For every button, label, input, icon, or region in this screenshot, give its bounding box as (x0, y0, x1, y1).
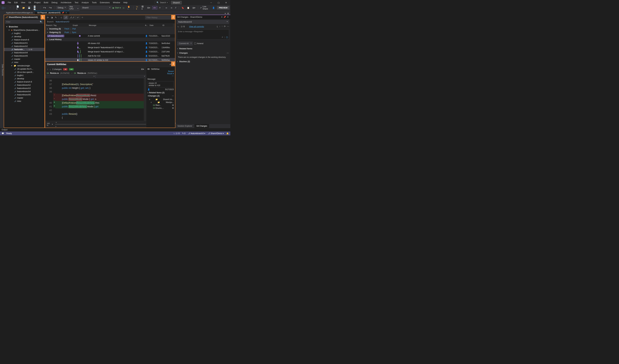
menu-tools[interactable]: Tools (90, 0, 98, 5)
more-icon[interactable]: ⋯ (227, 25, 229, 28)
output-tab[interactable]: Output (0, 128, 230, 131)
structure-button[interactable]: ⊞▾ (192, 6, 196, 10)
tab-git-changes[interactable]: Git Changes (194, 124, 209, 128)
hide-button[interactable]: 👁 (81, 16, 84, 19)
branch-master[interactable]: ⎇master (4, 57, 44, 61)
start-nodebug-button[interactable]: ▷ (122, 6, 126, 10)
commit-row[interactable]: Merge branch 'featurebranch3' of https:/… (45, 45, 175, 50)
config-dropdown[interactable]: Debug (56, 6, 67, 9)
menu-extensions[interactable]: Extensions (98, 0, 111, 5)
menu-help[interactable]: Help (122, 0, 129, 5)
bookmark-button[interactable]: 🔖 (181, 6, 185, 10)
diff-dropdown-left[interactable] (45, 75, 96, 78)
task-button[interactable]: 📋 (186, 6, 190, 10)
revert-link[interactable]: Revert (147, 70, 174, 72)
branch-feature6[interactable]: ⎇feature-branch-6 (4, 38, 44, 42)
related-items-section[interactable]: ▹Related Items (176, 46, 230, 51)
sync-button[interactable]: 🖼▾ (141, 5, 145, 11)
tab-app-instance[interactable]: ApplicationInstanceManager.cs (4, 11, 35, 15)
tab-gear-icon[interactable]: ⚙ (227, 12, 229, 15)
filter-history-input[interactable] (145, 16, 174, 19)
menu-architecture[interactable]: Architecture (59, 0, 73, 5)
branch-bugfix1[interactable]: ⎇bugfix1 (4, 32, 44, 35)
amend-checkbox[interactable]: Amend (194, 42, 203, 45)
notifications-icon[interactable]: 🔔 (226, 132, 229, 135)
close-icon[interactable]: ✕ (65, 12, 67, 14)
commit-message-input[interactable]: Enter a message <Required> # | ⓘ (177, 29, 229, 40)
branch-featurebranch2[interactable]: ⎇featurebranch2 (4, 45, 44, 48)
startup-dropdown[interactable]: ShareX (81, 6, 111, 9)
nav-back-button[interactable]: ◯← (1, 6, 7, 10)
push-link[interactable]: Push (64, 31, 69, 33)
outgoing-section[interactable]: ▿Outgoing (1) Push | Sync (45, 31, 175, 34)
remote-featurebranch4[interactable]: ⎇featurebranch4 (4, 90, 44, 93)
pull-link[interactable]: Pull (72, 28, 76, 30)
down-arrow-icon[interactable]: ↓ (50, 68, 51, 70)
menu-edit[interactable]: Edit (13, 0, 19, 5)
redo-button[interactable]: ↷▾ (48, 6, 53, 10)
menu-project[interactable]: Project (33, 0, 42, 5)
repo-header[interactable]: ⎇ ShareXDemo (featurebranch3) (4, 15, 44, 19)
tab-options-icon[interactable]: ▾ (225, 12, 226, 15)
changes-toggle[interactable]: ▿ Changes (2)⋯ (147, 95, 174, 97)
branch-dropdown[interactable]: featurebranch3 (177, 20, 229, 24)
start-button[interactable]: ▶ Start ▾ (113, 7, 121, 9)
commit-row[interactable]: #8 closes #10👤7/19/2023...9e45c6ed (45, 41, 175, 45)
minimize-button[interactable]: ─ (208, 0, 215, 5)
preview-button[interactable]: PREVIEW (217, 6, 229, 10)
branch-featurebranch1[interactable]: ⎇featurebranch1 (4, 42, 44, 45)
feedback-icon[interactable]: 💬 (2, 132, 4, 135)
fetch-icon[interactable]: ↓̣ (216, 25, 218, 28)
nav-fwd-button[interactable]: → (8, 6, 12, 9)
remote-featurebranch2[interactable]: ⎇featurebranch2 (4, 84, 44, 87)
branch-misc[interactable]: ⎇misc (4, 61, 44, 64)
commit-row[interactable]: Add fix for #10👤5/10/2023...8a57fb26 (45, 54, 175, 58)
incoming-section[interactable]: ▹Incoming (0) Fetch | Pull (45, 27, 175, 31)
graph-mode-1[interactable]: ⎇ (64, 16, 68, 19)
remote-master[interactable]: ⎇master (4, 96, 44, 99)
reset-link[interactable]: Reset ▾ (147, 72, 174, 75)
folder-node[interactable]: ▿ 📁 Manipu... (147, 101, 174, 104)
blame-button[interactable]: ✎ (54, 16, 57, 19)
remote-develop[interactable]: ⎇develop (4, 77, 44, 80)
more-icon[interactable]: ⋯ (172, 95, 174, 97)
undo-button[interactable]: ↶▾ (42, 6, 47, 10)
file-resi[interactable]: C# Resi...M (147, 104, 174, 107)
close-icon[interactable]: ✕ (227, 16, 229, 18)
changes-section[interactable]: ▿Changes⋯ (176, 51, 230, 55)
status-branch[interactable]: ⎇ featurebranch3 ▾ (188, 132, 205, 135)
indent-button[interactable]: ⇥ (169, 6, 173, 10)
up-arrow-icon[interactable]: ↑ (47, 68, 48, 70)
project-node[interactable]: ▿ 📁 ShareX.Im... (147, 98, 174, 101)
menu-test[interactable]: Test (73, 0, 80, 5)
side-rail-data-sources[interactable]: Data Sources (0, 11, 4, 128)
branch-featurebranch3[interactable]: ⎇featurebr...↑↓ 1 / 0 (4, 48, 44, 51)
new-project-button[interactable]: 📄▾ (16, 5, 20, 11)
v-scrollbar[interactable] (144, 78, 146, 121)
menu-file[interactable]: File (6, 0, 13, 5)
branch-featurebranch5[interactable]: ⎇featurebranch5 (4, 54, 44, 57)
remote-29-vs-live[interactable]: ⎇29-vs-live-specifi... (4, 70, 44, 74)
menu-analyze[interactable]: Analyze (80, 0, 90, 5)
remote-bugfix1[interactable]: ⎇bugfix1 (4, 74, 44, 77)
dropdown-icon[interactable]: ▾ (221, 16, 223, 18)
tab-solution-explorer[interactable]: Solution Explorer (176, 124, 194, 128)
remote-misc[interactable]: ⎇misc (4, 99, 44, 103)
solution-name-chip[interactable]: ShareX (171, 1, 182, 4)
branches-header[interactable]: ▾Branches (4, 25, 44, 28)
comment-button[interactable]: // (174, 6, 177, 9)
pin-icon[interactable]: 📌 (224, 16, 226, 18)
platform-dropdown[interactable]: Any CPU (68, 5, 80, 11)
open-button[interactable]: 📂 (22, 6, 26, 10)
stashes-section[interactable]: ▹Stashes (2) (176, 59, 230, 64)
outdent-button[interactable]: ⇤ (165, 6, 168, 10)
menu-view[interactable]: View (19, 0, 27, 5)
refresh-button[interactable]: ⟳ (46, 16, 49, 19)
abc-button[interactable]: abc (152, 6, 157, 9)
commit-row-selected[interactable]: closes #2 similar to #10👤5/17/2023...5b9… (45, 58, 175, 61)
more-icon[interactable]: ⋯ (147, 75, 174, 77)
branch-develop[interactable]: ⎇develop (4, 35, 44, 38)
commit-row[interactable]: Merge branch 'featurebranch3' of https:/… (45, 50, 175, 54)
hash-icon[interactable]: # (222, 36, 223, 39)
more-icon[interactable]: ⋯ (227, 52, 229, 54)
